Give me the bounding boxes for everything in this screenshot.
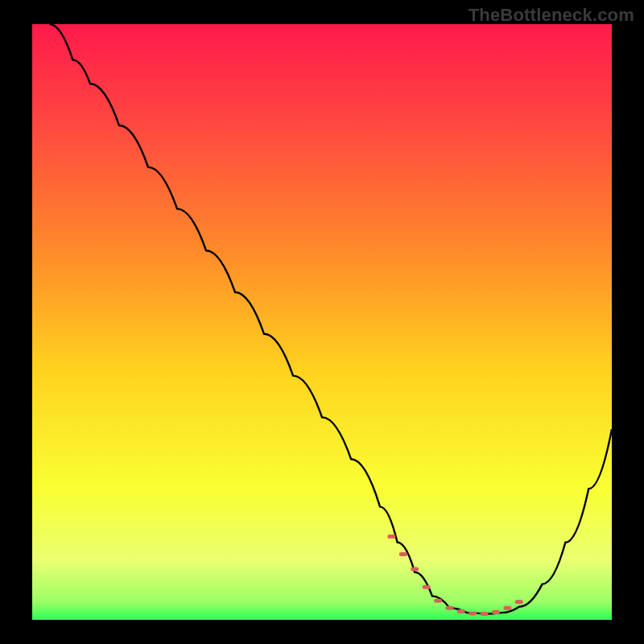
- marker-dot: [445, 606, 453, 610]
- marker-dot: [411, 568, 419, 572]
- gradient-background: [32, 24, 612, 620]
- marker-dot: [503, 606, 511, 610]
- marker-dot: [469, 611, 477, 615]
- marker-dot: [515, 600, 523, 604]
- marker-dot: [492, 610, 500, 614]
- watermark-text: TheBottleneck.com: [469, 5, 634, 26]
- marker-dot: [434, 599, 442, 603]
- marker-dot: [387, 535, 395, 539]
- marker-dot: [481, 612, 489, 616]
- marker-dot: [457, 609, 465, 613]
- chart-frame: TheBottleneck.com: [0, 0, 644, 644]
- marker-dot: [399, 552, 407, 556]
- chart-plot: [32, 24, 612, 620]
- marker-dot: [423, 585, 431, 589]
